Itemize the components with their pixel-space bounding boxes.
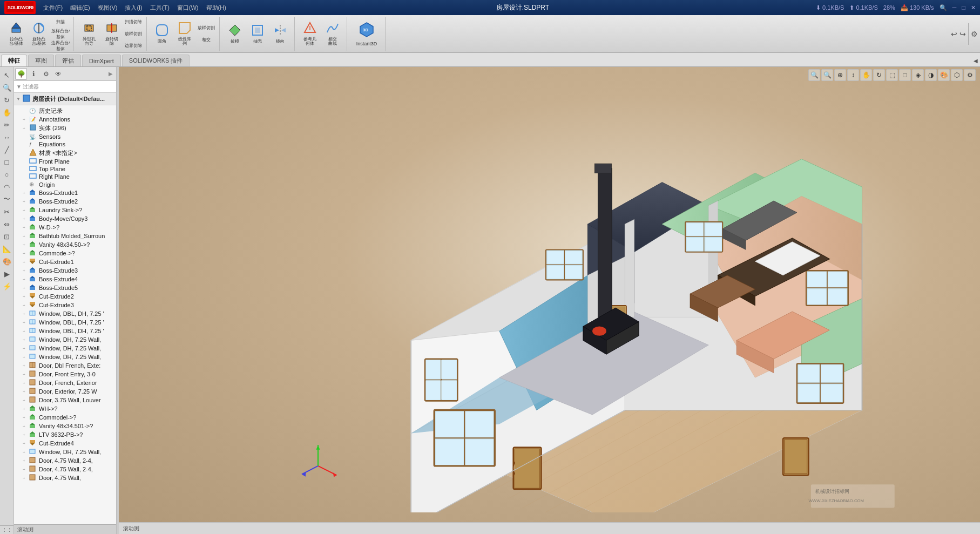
- menu-file[interactable]: 文件(F): [40, 3, 66, 13]
- view-orientation-btn[interactable]: ⬚: [886, 69, 898, 81]
- tree-item-boss-extrude5[interactable]: + Boss-Extrude5: [14, 283, 116, 292]
- tree-item-top-plane[interactable]: Top Plane: [14, 165, 116, 173]
- instant3d-button[interactable]: 3D Instant3D: [352, 19, 382, 49]
- spline-btn[interactable]: 〜: [1, 193, 13, 205]
- tree-item-door-louvered[interactable]: + Door, 3.75 Wall, Louver: [14, 396, 116, 404]
- tree-tab-display[interactable]: 👁: [52, 68, 64, 80]
- tree-item-door-exterior[interactable]: + Door, Exterior, 7.25 W: [14, 387, 116, 396]
- tree-item-window-dbl1[interactable]: + Window, DBL, DH, 7.25 ': [14, 309, 116, 318]
- revolve-cut-button[interactable]: 旋转切除: [101, 22, 123, 46]
- rotate-view-btn[interactable]: ↻: [873, 69, 885, 81]
- tree-item-vanity-501[interactable]: + Vanity 48x34.501->?: [14, 422, 116, 430]
- appearance-btn[interactable]: 🎨: [1, 255, 13, 267]
- tree-item-boss-extrude3[interactable]: + Boss-Extrude3: [14, 266, 116, 275]
- 3d-viewport[interactable]: 🔍 🔍 ⊕ ↕ ✋ ↻ ⬚ □ ◈ ◑ 🎨 ⬡ ⚙: [119, 67, 980, 534]
- extrude-pattern[interactable]: 放样切割: [197, 23, 216, 33]
- minimize-button[interactable]: ─: [952, 4, 957, 11]
- tree-item-cut-extrude1[interactable]: + Cut-Extrude1: [14, 258, 116, 266]
- pan-button[interactable]: ✋: [1, 106, 13, 118]
- tree-item-solid-bodies[interactable]: + 实体 (296): [14, 123, 116, 133]
- tree-item-boss-extrude2[interactable]: + Boss-Extrude2: [14, 197, 116, 206]
- line-btn[interactable]: ╱: [1, 144, 13, 156]
- redo-button[interactable]: ↪: [959, 30, 966, 38]
- menu-tools[interactable]: 工具(T): [147, 3, 173, 13]
- tree-item-origin[interactable]: ⊕ Origin: [14, 180, 116, 188]
- revolve-button[interactable]: 旋转凸台/基体: [28, 22, 50, 46]
- undo-button[interactable]: ↩: [951, 30, 957, 38]
- tree-item-door-front-entry[interactable]: + Door, Front Entry, 3-0: [14, 370, 116, 378]
- tree-item-window-dbl3[interactable]: + Window, DBL, DH, 7.25 ': [14, 327, 116, 335]
- boss-extrude-button[interactable]: 拉伸凸台/基体: [5, 22, 27, 46]
- menu-window[interactable]: 窗口(W): [174, 3, 202, 13]
- tree-item-right-plane[interactable]: Right Plane: [14, 173, 116, 180]
- tree-tab-config[interactable]: ⚙: [40, 68, 52, 80]
- menu-help[interactable]: 帮助(H): [203, 3, 229, 13]
- zoom-out-btn[interactable]: 🔍: [821, 69, 833, 81]
- close-button[interactable]: ✕: [971, 4, 976, 11]
- dimension-btn[interactable]: ↔: [1, 131, 13, 143]
- rotate-button[interactable]: ↻: [1, 94, 13, 106]
- tree-item-sensors[interactable]: 📡 Sensors: [14, 133, 116, 140]
- zoom-in-btn[interactable]: 🔍: [808, 69, 820, 81]
- tree-item-cut-extrude2[interactable]: + Cut-Extrude2: [14, 292, 116, 301]
- options-button[interactable]: ⚙: [971, 30, 978, 38]
- tree-tab-property[interactable]: ℹ: [28, 68, 39, 80]
- rect-btn[interactable]: □: [1, 156, 13, 168]
- section-view-btn[interactable]: ◈: [912, 69, 924, 81]
- tree-item-ltv[interactable]: + LTV 3632-PB->?: [14, 430, 116, 439]
- appearances-btn[interactable]: 🎨: [938, 69, 950, 81]
- pan-view-btn[interactable]: ✋: [860, 69, 872, 81]
- chamfer-button[interactable]: 线性阵列: [174, 22, 195, 46]
- sketch-btn[interactable]: ✏: [1, 119, 13, 131]
- tab-features[interactable]: 特征: [1, 55, 27, 66]
- tab-dimxpert[interactable]: DimXpert: [82, 55, 121, 66]
- measure-btn[interactable]: 📐: [1, 243, 13, 255]
- mirror-button[interactable]: 镜向: [269, 22, 291, 46]
- shell-button[interactable]: 抽壳: [247, 22, 268, 46]
- tree-item-equations[interactable]: ƒ Equations: [14, 140, 116, 148]
- search-icon[interactable]: 🔍: [940, 4, 947, 11]
- scene-bg-btn[interactable]: ⬡: [951, 69, 963, 81]
- tree-item-boss-extrude1[interactable]: + Boss-Extrude1: [14, 188, 116, 197]
- tree-item-window-dh1[interactable]: + Window, DH, 7.25 Wall,: [14, 335, 116, 344]
- tree-item-window-dh3[interactable]: + Window, DH, 7.25 Wall,: [14, 353, 116, 361]
- tree-item-door-dbl-french[interactable]: + Door, Dbl French, Exte:: [14, 361, 116, 370]
- standard-views-btn[interactable]: □: [899, 69, 911, 81]
- trim-btn[interactable]: ✂: [1, 206, 13, 218]
- tree-item-door-475-3[interactable]: + Door, 4.75 Wall,: [14, 474, 116, 482]
- tab-solidworks-plugins[interactable]: SOLIDWORKS 插件: [122, 55, 190, 66]
- tree-tab-feature[interactable]: 🌳: [15, 68, 27, 80]
- tree-item-material[interactable]: 材质 <未指定>: [14, 148, 116, 158]
- menu-view[interactable]: 视图(V): [94, 3, 121, 13]
- select-button[interactable]: ↖: [1, 69, 13, 81]
- tree-item-commode2[interactable]: + Commodel->?: [14, 413, 116, 422]
- tab-sketch[interactable]: 草图: [28, 55, 54, 66]
- maximize-button[interactable]: □: [962, 4, 965, 11]
- zoom-fit-btn[interactable]: ⊕: [834, 69, 846, 81]
- tree-item-body-move[interactable]: + Body-Move/Copy3: [14, 214, 116, 223]
- arc-btn[interactable]: ◠: [1, 181, 13, 193]
- draft-button[interactable]: 拔模: [224, 22, 246, 46]
- tab-evaluate[interactable]: 评估: [55, 55, 81, 66]
- relation-btn[interactable]: ⊡: [1, 231, 13, 242]
- collapse-button[interactable]: ◀: [971, 55, 980, 66]
- simulation-btn[interactable]: ⚡: [1, 280, 13, 292]
- tree-item-cut-extrude4[interactable]: + Cut-Extrude4: [14, 439, 116, 448]
- tree-more-icon[interactable]: ▶: [109, 71, 115, 77]
- tree-item-vanity48[interactable]: + Vanity 48x34.50->?: [14, 240, 116, 249]
- tree-item-laundry-sink[interactable]: + Laundry Sink->?: [14, 206, 116, 214]
- rib-button[interactable]: 相交: [197, 35, 216, 45]
- tree-item-door-475-2[interactable]: + Door, 4.75 Wall, 2-4,: [14, 465, 116, 474]
- ref-geometry-button[interactable]: 参考几何体: [299, 22, 321, 46]
- tree-item-window-dbl2[interactable]: + Window, DBL, DH, 7.25 ': [14, 318, 116, 327]
- tree-item-wd[interactable]: + W-D->?: [14, 223, 116, 232]
- tree-item-boss-extrude4[interactable]: + Boss-Extrude4: [14, 275, 116, 283]
- scan-cut-button[interactable]: 扫描切除: [124, 17, 143, 28]
- zoom-area-btn[interactable]: ↕: [847, 69, 859, 81]
- tree-item-wh[interactable]: + WH->?: [14, 404, 116, 413]
- tree-item-cut-extrude3[interactable]: + Cut-Extrude3: [14, 301, 116, 309]
- display-style-btn[interactable]: ◑: [925, 69, 937, 81]
- cut-extrude-button[interactable]: 异型孔向导: [78, 22, 100, 46]
- loft-button[interactable]: 放样凸台/基体: [51, 29, 70, 39]
- menu-edit[interactable]: 编辑(E): [67, 3, 93, 13]
